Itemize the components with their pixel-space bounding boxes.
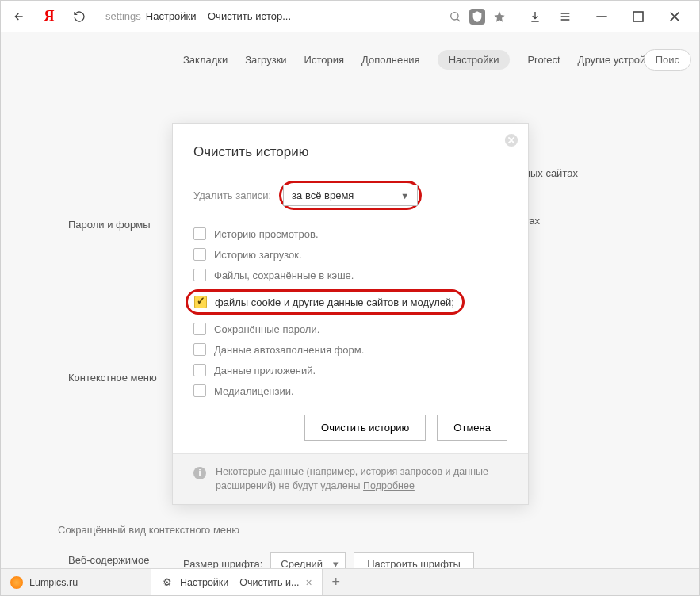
yandex-logo[interactable]: Я bbox=[37, 5, 61, 29]
menu-button[interactable] bbox=[553, 5, 577, 29]
checkbox-option[interactable]: Историю загрузок. bbox=[193, 248, 507, 261]
option-label: Медиалицензии. bbox=[214, 385, 294, 397]
configure-fonts-button[interactable]: Настроить шрифты bbox=[354, 552, 474, 568]
checkbox-option[interactable]: Медиалицензии. bbox=[193, 384, 507, 397]
shield-icon[interactable] bbox=[468, 7, 487, 26]
svg-point-0 bbox=[451, 12, 458, 19]
search-icon[interactable] bbox=[446, 7, 465, 26]
time-range-select[interactable]: за всё время ▼ bbox=[283, 185, 418, 206]
tab-title: Настройки – Очистить и... bbox=[180, 577, 299, 588]
reload-button[interactable] bbox=[67, 5, 91, 29]
range-label: Удалить записи: bbox=[193, 189, 271, 201]
checkbox-icon bbox=[193, 343, 206, 356]
maximize-button[interactable] bbox=[620, 5, 656, 29]
new-tab-button[interactable]: + bbox=[323, 569, 350, 595]
checkbox-option[interactable]: Данные автозаполнения форм. bbox=[193, 343, 507, 356]
nav-tab[interactable]: История bbox=[304, 54, 344, 66]
checkbox-icon bbox=[193, 227, 206, 240]
range-select-highlight: за всё время ▼ bbox=[279, 181, 422, 210]
gear-icon: ⚙ bbox=[161, 576, 174, 589]
tab-title: Lumpics.ru bbox=[29, 577, 78, 588]
dialog-title: Очистить историю bbox=[193, 144, 507, 160]
content-area: ЗакладкиЗагрузкиИсторияДополненияНастрой… bbox=[1, 32, 699, 568]
checkbox-icon bbox=[193, 269, 206, 281]
chevron-down-icon: ▼ bbox=[400, 191, 409, 201]
info-icon: i bbox=[193, 467, 206, 479]
downloads-button[interactable] bbox=[523, 5, 547, 29]
settings-search[interactable]: Поис bbox=[644, 49, 691, 71]
clear-history-dialog: Очистить историю Удалить записи: за всё … bbox=[172, 123, 529, 505]
learn-more-link[interactable]: Подробнее bbox=[363, 480, 415, 491]
context-short-label: Сокращённый вид контекстного меню bbox=[58, 524, 239, 536]
addr-prefix: settings bbox=[105, 10, 141, 22]
star-icon[interactable] bbox=[490, 7, 509, 26]
option-label: Историю просмотров. bbox=[214, 228, 319, 240]
section-passwords: Пароли и формы bbox=[68, 219, 151, 231]
checkbox-option[interactable]: Файлы, сохранённые в кэше. bbox=[193, 269, 507, 281]
browser-toolbar: Я settings Настройки – Очистить истор... bbox=[1, 1, 699, 32]
options-list: Историю просмотров.Историю загрузок.Файл… bbox=[193, 227, 507, 397]
tab-strip: Lumpics.ru⚙Настройки – Очистить и...×+ bbox=[1, 568, 699, 595]
option-label: Историю загрузок. bbox=[214, 249, 302, 261]
checkbox-option[interactable]: Данные приложений. bbox=[193, 364, 507, 376]
cancel-button[interactable]: Отмена bbox=[437, 415, 507, 441]
checkbox-option[interactable]: файлы cookie и другие данные сайтов и мо… bbox=[193, 289, 507, 315]
browser-tab[interactable]: Lumpics.ru bbox=[1, 569, 151, 595]
checkbox-option[interactable]: Сохранённые пароли. bbox=[193, 323, 507, 335]
addr-title: Настройки – Очистить истор... bbox=[146, 10, 291, 22]
close-icon[interactable] bbox=[504, 133, 518, 147]
font-size-select[interactable]: Средний bbox=[270, 552, 346, 568]
site-favicon bbox=[10, 576, 23, 589]
svg-rect-1 bbox=[633, 12, 643, 21]
checkbox-icon bbox=[193, 323, 206, 335]
checkbox-option[interactable]: Историю просмотров. bbox=[193, 227, 507, 240]
font-size-row: Размер шрифта: Средний Настроить шрифты bbox=[183, 552, 474, 568]
range-value: за всё время bbox=[292, 189, 354, 201]
nav-tab[interactable]: Загрузки bbox=[245, 54, 286, 66]
option-label: Сохранённые пароли. bbox=[214, 323, 319, 335]
back-button[interactable] bbox=[7, 5, 31, 29]
close-button[interactable] bbox=[656, 5, 693, 29]
close-tab-icon[interactable]: × bbox=[305, 576, 312, 589]
section-web-content: Веб-содержимое bbox=[68, 554, 150, 566]
checkbox-icon bbox=[193, 248, 206, 261]
checkbox-icon bbox=[193, 384, 206, 397]
font-size-label: Размер шрифта: bbox=[183, 558, 262, 568]
address-bar[interactable]: settings Настройки – Очистить истор... bbox=[98, 5, 517, 29]
footer-text: Некоторые данные (например, история запр… bbox=[216, 466, 488, 491]
dialog-footer: i Некоторые данные (например, история за… bbox=[173, 453, 528, 504]
minimize-button[interactable] bbox=[583, 5, 620, 29]
nav-tab[interactable]: Настройки bbox=[438, 50, 511, 70]
clear-history-button[interactable]: Очистить историю bbox=[304, 415, 426, 441]
section-context-menu: Контекстное меню bbox=[68, 372, 157, 384]
settings-nav: ЗакладкиЗагрузкиИсторияДополненияНастрой… bbox=[1, 32, 699, 84]
nav-tab[interactable]: Protect bbox=[527, 54, 560, 66]
option-label: Данные приложений. bbox=[214, 365, 316, 376]
option-label: файлы cookie и другие данные сайтов и мо… bbox=[215, 296, 454, 308]
option-label: Файлы, сохранённые в кэше. bbox=[214, 269, 354, 281]
checkbox-icon bbox=[193, 364, 206, 376]
option-label: Данные автозаполнения форм. bbox=[214, 344, 364, 356]
nav-tab[interactable]: Дополнения bbox=[361, 54, 420, 66]
browser-tab[interactable]: ⚙Настройки – Очистить и...× bbox=[151, 569, 323, 595]
nav-tab[interactable]: Закладки bbox=[183, 54, 228, 66]
